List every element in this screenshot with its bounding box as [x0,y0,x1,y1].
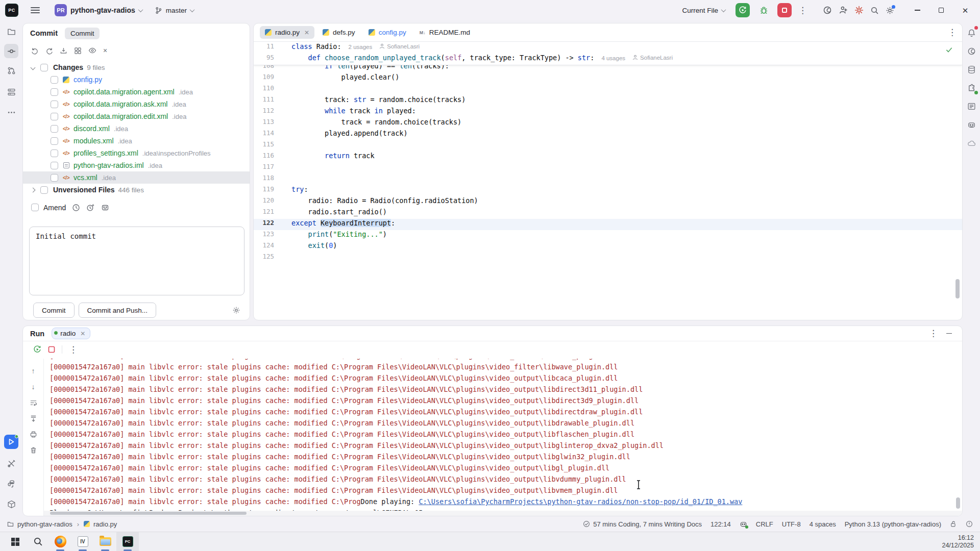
console-vscrollbar-thumb[interactable] [956,497,960,509]
hide-panel-icon[interactable]: × [103,46,107,55]
rerun-button[interactable] [736,3,750,17]
ai-assistant-tool-icon[interactable] [964,44,978,58]
print-icon[interactable] [28,429,38,439]
clear-console-icon[interactable] [28,445,38,455]
inspections-ok-icon[interactable] [945,46,953,54]
search-everywhere-icon[interactable] [870,6,879,15]
pull-requests-tool-icon[interactable] [4,63,18,78]
shelve-icon[interactable] [60,47,67,55]
more-actions-icon[interactable]: ⋮ [798,5,806,16]
taskbar-pycharm-button[interactable]: PC [116,532,139,551]
editor-tab-README.md[interactable]: M↓ README.md [414,26,475,39]
run-toolbar-more-icon[interactable]: ⋮ [69,344,77,355]
console-file-link[interactable]: C:\Users\sofia\PycharmProjects\python-gt… [419,497,742,506]
changelist-file-row[interactable]: config.py [23,73,250,86]
file-checkbox[interactable] [51,125,58,133]
stop-icon[interactable] [48,346,55,353]
copilot-robot-icon[interactable] [964,117,978,132]
commit-tool-icon[interactable] [4,44,18,58]
run-tab-radio[interactable]: radio ✕ [52,328,90,339]
file-checkbox[interactable] [51,174,58,182]
console-hscrollbar[interactable] [44,511,962,516]
file-checkbox[interactable] [51,88,58,96]
unversioned-checkbox[interactable] [40,186,48,194]
readonly-lock-icon[interactable] [950,520,957,528]
documentation-tool-icon[interactable] [964,99,978,113]
settings-gear-icon[interactable] [886,6,894,15]
taskbar-explorer-button[interactable] [94,532,116,551]
code-with-me-icon[interactable] [839,6,848,15]
rerun-icon[interactable] [33,345,41,354]
indent-widget[interactable]: 4 spaces [810,520,836,528]
project-tool-icon[interactable] [4,24,18,39]
branch-widget[interactable]: master [151,5,198,16]
commit-tab[interactable]: Commit [65,28,100,39]
changes-group-row[interactable]: Changes 9 files [23,61,250,73]
file-checkbox[interactable] [51,162,58,169]
group-by-icon[interactable] [74,47,82,55]
taskbar-clock[interactable]: 16:12 24/12/2025 [942,534,980,549]
commit-message-input[interactable]: Initial commit [29,227,244,295]
changelist-file-row[interactable]: </> copilot.data.migration.edit.xml .ide… [23,110,250,122]
chevron-collapsed-icon[interactable] [31,187,36,192]
preview-eye-icon[interactable] [88,46,96,55]
breadcrumb[interactable]: python-gtav-radios › radio.py [7,520,117,528]
commit-button[interactable]: Commit [33,303,75,318]
notifications-bell-icon[interactable] [964,26,978,40]
run-configuration-selector[interactable]: Current File [678,5,729,16]
changes-checkbox[interactable] [40,64,48,71]
python-console-tool-icon[interactable] [4,477,18,491]
commit-history-icon[interactable] [72,204,80,212]
close-icon[interactable]: ✕ [304,29,309,36]
unversioned-group-row[interactable]: Unversioned Files 446 files [23,184,250,196]
stop-button[interactable] [777,3,792,17]
changelist-file-row[interactable]: </> modules.xml .idea [23,135,250,147]
window-close-button[interactable]: ✕ [957,3,974,18]
plugin-puzzle-icon[interactable] [964,81,978,95]
taskbar-firefox-button[interactable] [49,532,71,551]
caret-position[interactable]: 122:14 [710,520,731,528]
run-tool-icon[interactable] [4,435,18,449]
changelist-file-row[interactable]: </> copilot.data.migration.ask.xml .idea [23,98,250,110]
start-button[interactable] [4,532,27,551]
file-checkbox[interactable] [51,137,58,145]
database-tool-icon[interactable] [964,62,978,77]
code-editor[interactable]: 11 class Radio:2 usagesSofianeLasri 95 d… [254,42,962,320]
commit-options-gear-icon[interactable] [232,306,240,314]
window-restore-button[interactable] [933,3,950,18]
up-stack-trace-icon[interactable]: ↑ [28,366,38,376]
taskbar-search-button[interactable] [27,532,49,551]
editor-tabs-more-icon[interactable]: ⋮ [948,27,956,38]
interpreter-widget[interactable]: Python 3.13 (python-gtav-radios) [845,520,941,528]
services-tool-icon[interactable] [4,497,18,511]
close-icon[interactable]: ✕ [80,330,85,337]
amend-checkbox[interactable] [31,204,39,211]
editor-tab-radio.py[interactable]: radio.py ✕ [260,26,314,39]
commit-and-push-button[interactable]: Commit and Push... [79,303,157,318]
file-checkbox[interactable] [51,113,58,120]
show-diff-icon[interactable] [45,47,53,55]
chevron-expanded-icon[interactable] [31,65,36,70]
editor-tab-defs.py[interactable]: defs.py [317,26,360,39]
soft-wrap-icon[interactable] [28,397,38,408]
file-checkbox[interactable] [51,101,58,108]
debug-button[interactable] [756,3,771,17]
activity-tracker[interactable]: 57 mins Coding, 7 mins Writing Docs [583,520,702,528]
encoding-widget[interactable]: UTF-8 [782,520,801,528]
down-stack-trace-icon[interactable]: ↓ [28,382,38,392]
breadcrumb-file[interactable]: radio.py [93,520,117,528]
ai-generate-message-icon[interactable] [86,203,95,212]
window-minimize-button[interactable] [909,3,926,18]
python-packages-tool-icon[interactable] [4,456,18,470]
taskbar-irfanview-button[interactable]: IV [71,532,94,551]
cloud-tool-icon[interactable] [964,136,978,150]
rollback-icon[interactable] [31,47,39,55]
more-tool-windows-icon[interactable] [4,105,18,119]
main-menu-icon[interactable] [31,7,40,13]
project-widget[interactable]: PR python-gtav-radios [51,2,146,18]
ai-assistant-icon[interactable] [823,6,832,15]
run-console-output[interactable]: [0000015472a167a0] main libvlc error: st… [43,359,962,516]
error-highlight-icon[interactable] [966,520,973,528]
changelist-file-row[interactable]: </> discord.xml .idea [23,122,250,135]
commit-checks-icon[interactable] [101,204,109,212]
